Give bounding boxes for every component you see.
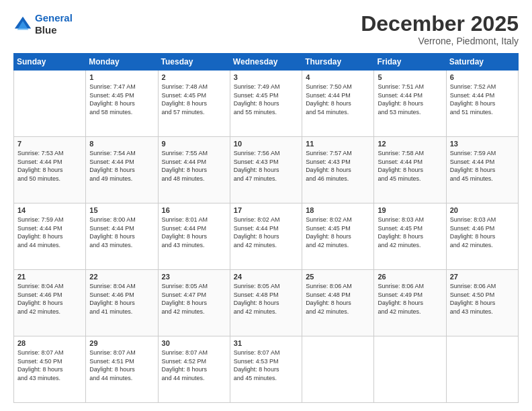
calendar-cell: 24Sunrise: 8:05 AM Sunset: 4:48 PM Dayli…: [230, 270, 302, 336]
day-header-friday: Friday: [374, 54, 446, 71]
day-info: Sunrise: 7:50 AM Sunset: 4:44 PM Dayligh…: [306, 83, 370, 116]
day-info: Sunrise: 8:04 AM Sunset: 4:46 PM Dayligh…: [89, 282, 154, 316]
logo-line1: General: [35, 12, 73, 24]
calendar-cell: 2Sunrise: 7:48 AM Sunset: 4:45 PM Daylig…: [158, 71, 230, 137]
day-info: Sunrise: 7:56 AM Sunset: 4:43 PM Dayligh…: [234, 149, 298, 183]
day-number: 7: [17, 140, 82, 148]
title-block: December 2025 Verrone, Piedmont, Italy: [361, 12, 519, 46]
day-number: 25: [306, 273, 370, 281]
day-number: 8: [89, 140, 154, 148]
day-info: Sunrise: 8:07 AM Sunset: 4:50 PM Dayligh…: [17, 349, 82, 382]
day-header-tuesday: Tuesday: [158, 54, 230, 71]
day-number: 11: [306, 140, 370, 148]
calendar-cell: 21Sunrise: 8:04 AM Sunset: 4:46 PM Dayli…: [14, 270, 86, 336]
day-info: Sunrise: 8:06 AM Sunset: 4:48 PM Dayligh…: [306, 282, 370, 316]
day-info: Sunrise: 8:00 AM Sunset: 4:44 PM Dayligh…: [89, 216, 154, 249]
day-info: Sunrise: 7:47 AM Sunset: 4:45 PM Dayligh…: [89, 83, 154, 116]
day-info: Sunrise: 7:57 AM Sunset: 4:43 PM Dayligh…: [306, 149, 370, 183]
page: General Blue December 2025 Verrone, Pied…: [0, 0, 532, 411]
day-number: 20: [450, 206, 515, 214]
calendar-cell: 5Sunrise: 7:51 AM Sunset: 4:44 PM Daylig…: [374, 71, 446, 137]
day-info: Sunrise: 8:07 AM Sunset: 4:51 PM Dayligh…: [89, 349, 154, 382]
day-info: Sunrise: 8:03 AM Sunset: 4:46 PM Dayligh…: [450, 216, 515, 249]
day-number: 29: [89, 339, 154, 347]
calendar-week-5: 28Sunrise: 8:07 AM Sunset: 4:50 PM Dayli…: [14, 336, 519, 403]
day-info: Sunrise: 7:48 AM Sunset: 4:45 PM Dayligh…: [162, 83, 226, 116]
day-info: Sunrise: 8:05 AM Sunset: 4:48 PM Dayligh…: [234, 282, 298, 316]
day-header-wednesday: Wednesday: [230, 54, 302, 71]
calendar-cell: 20Sunrise: 8:03 AM Sunset: 4:46 PM Dayli…: [446, 203, 518, 270]
logo-text: General Blue: [35, 12, 73, 36]
day-info: Sunrise: 7:52 AM Sunset: 4:44 PM Dayligh…: [450, 83, 515, 116]
day-info: Sunrise: 8:03 AM Sunset: 4:45 PM Dayligh…: [378, 216, 442, 249]
logo-line2: Blue: [35, 24, 73, 36]
calendar-cell: 14Sunrise: 7:59 AM Sunset: 4:44 PM Dayli…: [14, 203, 86, 270]
calendar-cell: 29Sunrise: 8:07 AM Sunset: 4:51 PM Dayli…: [86, 336, 158, 403]
day-number: 4: [306, 73, 370, 81]
day-number: 27: [450, 273, 515, 281]
day-info: Sunrise: 7:49 AM Sunset: 4:45 PM Dayligh…: [234, 83, 298, 116]
day-number: 23: [162, 273, 226, 281]
calendar-cell: 7Sunrise: 7:53 AM Sunset: 4:44 PM Daylig…: [14, 137, 86, 203]
day-header-sunday: Sunday: [14, 54, 86, 71]
calendar: SundayMondayTuesdayWednesdayThursdayFrid…: [13, 53, 519, 403]
month-title: December 2025: [361, 12, 519, 36]
calendar-cell: 4Sunrise: 7:50 AM Sunset: 4:44 PM Daylig…: [302, 71, 374, 137]
calendar-cell: [14, 71, 86, 137]
calendar-cell: 19Sunrise: 8:03 AM Sunset: 4:45 PM Dayli…: [374, 203, 446, 270]
day-number: 3: [234, 73, 298, 81]
calendar-cell: 22Sunrise: 8:04 AM Sunset: 4:46 PM Dayli…: [86, 270, 158, 336]
calendar-cell: 11Sunrise: 7:57 AM Sunset: 4:43 PM Dayli…: [302, 137, 374, 203]
day-number: 5: [378, 73, 442, 81]
calendar-cell: 31Sunrise: 8:07 AM Sunset: 4:53 PM Dayli…: [230, 336, 302, 403]
calendar-cell: 1Sunrise: 7:47 AM Sunset: 4:45 PM Daylig…: [86, 71, 158, 137]
calendar-cell: 6Sunrise: 7:52 AM Sunset: 4:44 PM Daylig…: [446, 71, 518, 137]
calendar-header-row: SundayMondayTuesdayWednesdayThursdayFrid…: [14, 54, 519, 71]
calendar-cell: 15Sunrise: 8:00 AM Sunset: 4:44 PM Dayli…: [86, 203, 158, 270]
calendar-cell: 25Sunrise: 8:06 AM Sunset: 4:48 PM Dayli…: [302, 270, 374, 336]
day-number: 9: [162, 140, 226, 148]
day-number: 24: [234, 273, 298, 281]
day-number: 18: [306, 206, 370, 214]
calendar-cell: 10Sunrise: 7:56 AM Sunset: 4:43 PM Dayli…: [230, 137, 302, 203]
calendar-cell: 17Sunrise: 8:02 AM Sunset: 4:44 PM Dayli…: [230, 203, 302, 270]
calendar-week-4: 21Sunrise: 8:04 AM Sunset: 4:46 PM Dayli…: [14, 270, 519, 336]
day-number: 28: [17, 339, 82, 347]
logo: General Blue: [13, 12, 73, 36]
day-number: 12: [378, 140, 442, 148]
day-number: 31: [234, 339, 298, 347]
day-number: 2: [162, 73, 226, 81]
day-info: Sunrise: 8:05 AM Sunset: 4:47 PM Dayligh…: [162, 282, 226, 316]
header: General Blue December 2025 Verrone, Pied…: [13, 12, 519, 46]
day-header-thursday: Thursday: [302, 54, 374, 71]
calendar-cell: 12Sunrise: 7:58 AM Sunset: 4:44 PM Dayli…: [374, 137, 446, 203]
calendar-cell: 27Sunrise: 8:06 AM Sunset: 4:50 PM Dayli…: [446, 270, 518, 336]
day-number: 19: [378, 206, 442, 214]
calendar-cell: 23Sunrise: 8:05 AM Sunset: 4:47 PM Dayli…: [158, 270, 230, 336]
day-header-saturday: Saturday: [446, 54, 518, 71]
day-number: 1: [89, 73, 154, 81]
day-info: Sunrise: 8:02 AM Sunset: 4:44 PM Dayligh…: [234, 216, 298, 249]
calendar-cell: 30Sunrise: 8:07 AM Sunset: 4:52 PM Dayli…: [158, 336, 230, 403]
day-number: 30: [162, 339, 226, 347]
day-info: Sunrise: 8:07 AM Sunset: 4:53 PM Dayligh…: [234, 349, 298, 382]
calendar-cell: 28Sunrise: 8:07 AM Sunset: 4:50 PM Dayli…: [14, 336, 86, 403]
calendar-cell: 9Sunrise: 7:55 AM Sunset: 4:44 PM Daylig…: [158, 137, 230, 203]
day-number: 6: [450, 73, 515, 81]
day-info: Sunrise: 7:59 AM Sunset: 4:44 PM Dayligh…: [17, 216, 82, 249]
day-number: 15: [89, 206, 154, 214]
day-info: Sunrise: 8:07 AM Sunset: 4:52 PM Dayligh…: [162, 349, 226, 382]
day-info: Sunrise: 7:51 AM Sunset: 4:44 PM Dayligh…: [378, 83, 442, 116]
day-info: Sunrise: 8:02 AM Sunset: 4:45 PM Dayligh…: [306, 216, 370, 249]
day-number: 26: [378, 273, 442, 281]
day-info: Sunrise: 7:54 AM Sunset: 4:44 PM Dayligh…: [89, 149, 154, 183]
day-header-monday: Monday: [86, 54, 158, 71]
day-info: Sunrise: 7:55 AM Sunset: 4:44 PM Dayligh…: [162, 149, 226, 183]
calendar-week-3: 14Sunrise: 7:59 AM Sunset: 4:44 PM Dayli…: [14, 203, 519, 270]
day-info: Sunrise: 8:04 AM Sunset: 4:46 PM Dayligh…: [17, 282, 82, 316]
calendar-cell: [302, 336, 374, 403]
day-number: 13: [450, 140, 515, 148]
calendar-cell: [446, 336, 518, 403]
day-info: Sunrise: 7:59 AM Sunset: 4:44 PM Dayligh…: [450, 149, 515, 183]
day-number: 10: [234, 140, 298, 148]
